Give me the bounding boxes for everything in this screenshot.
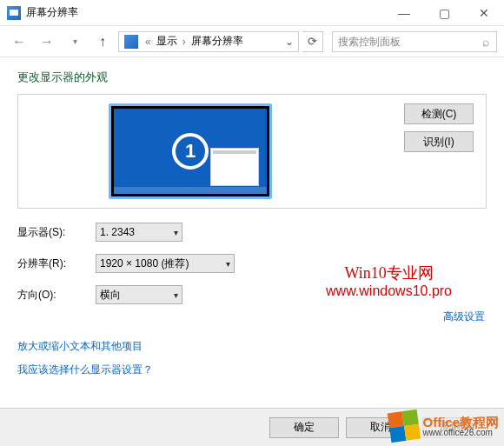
display-select[interactable]: 1. 2343 ▾ xyxy=(96,223,182,242)
search-icon[interactable]: ⌕ xyxy=(475,35,496,49)
navbar: ← → ▾ ↑ « 显示 › 屏幕分辨率 ⌄ ⟳ ⌕ xyxy=(0,26,504,57)
display-value: 1. 2343 xyxy=(100,226,135,238)
monitor-preview[interactable]: 1 xyxy=(109,103,272,199)
monitor-number: 1 xyxy=(172,133,209,170)
maximize-button[interactable]: ▢ xyxy=(424,0,464,25)
breadcrumb-display[interactable]: 显示 xyxy=(155,34,179,49)
page-heading: 更改显示器的外观 xyxy=(17,70,487,85)
app-icon xyxy=(7,6,21,20)
orientation-label: 方向(O): xyxy=(17,288,96,303)
breadcrumb-dropdown[interactable]: ⌄ xyxy=(282,36,296,48)
logo-overlay: Office教程网 www.office26.com xyxy=(389,411,499,441)
control-panel-icon xyxy=(124,35,138,49)
orientation-value: 横向 xyxy=(100,288,121,303)
ok-button[interactable]: 确定 xyxy=(269,417,339,438)
logo-brand: Office教程网 xyxy=(422,416,499,429)
detect-button[interactable]: 检测(C) xyxy=(404,103,474,124)
logo-url: www.office26.com xyxy=(422,429,499,437)
resolution-label: 分辨率(R): xyxy=(17,256,96,271)
breadcrumb-resolution[interactable]: 屏幕分辨率 xyxy=(189,34,245,49)
chevron-down-icon: ▾ xyxy=(174,228,178,237)
close-button[interactable]: ✕ xyxy=(464,0,504,25)
svg-rect-0 xyxy=(10,10,18,16)
watermark-line1: Win10专业网 xyxy=(326,263,452,283)
search-input[interactable] xyxy=(333,36,475,48)
identify-button[interactable]: 识别(I) xyxy=(404,131,474,152)
refresh-button[interactable]: ⟳ xyxy=(302,31,323,52)
forward-button: → xyxy=(35,30,59,54)
chevron-down-icon: ▾ xyxy=(174,290,178,300)
which-display-link[interactable]: 我应该选择什么显示器设置？ xyxy=(17,363,487,377)
watermark-line2: www.windows10.pro xyxy=(326,283,452,299)
display-label: 显示器(S): xyxy=(17,225,96,240)
resolution-value: 1920 × 1080 (推荐) xyxy=(100,256,189,271)
breadcrumb[interactable]: « 显示 › 屏幕分辨率 ⌄ xyxy=(118,31,299,52)
chevron-right-icon: › xyxy=(179,36,189,48)
resolution-select[interactable]: 1920 × 1080 (推荐) ▾ xyxy=(96,254,235,273)
chevron-right-icon: « xyxy=(142,36,155,48)
titlebar: 屏幕分辨率 — ▢ ✕ xyxy=(0,0,504,26)
up-button[interactable]: ↑ xyxy=(90,30,115,54)
search-box[interactable]: ⌕ xyxy=(332,31,497,52)
advanced-settings-link[interactable]: 高级设置 xyxy=(443,310,485,324)
minimize-button[interactable]: — xyxy=(384,0,424,25)
watermark: Win10专业网 www.windows10.pro xyxy=(326,263,452,299)
zoom-text-link[interactable]: 放大或缩小文本和其他项目 xyxy=(17,339,487,354)
display-preview-box: 1 检测(C) 识别(I) xyxy=(17,94,487,209)
orientation-select[interactable]: 横向 ▾ xyxy=(96,285,182,304)
window-title: 屏幕分辨率 xyxy=(26,5,384,20)
office-logo-icon xyxy=(388,409,421,443)
back-button[interactable]: ← xyxy=(7,30,31,54)
chevron-down-icon: ▾ xyxy=(226,259,230,269)
content-area: 更改显示器的外观 1 检测(C) 识别(I) 显示器(S): 1. 2343 ▾… xyxy=(0,57,504,408)
recent-button[interactable]: ▾ xyxy=(63,30,87,54)
